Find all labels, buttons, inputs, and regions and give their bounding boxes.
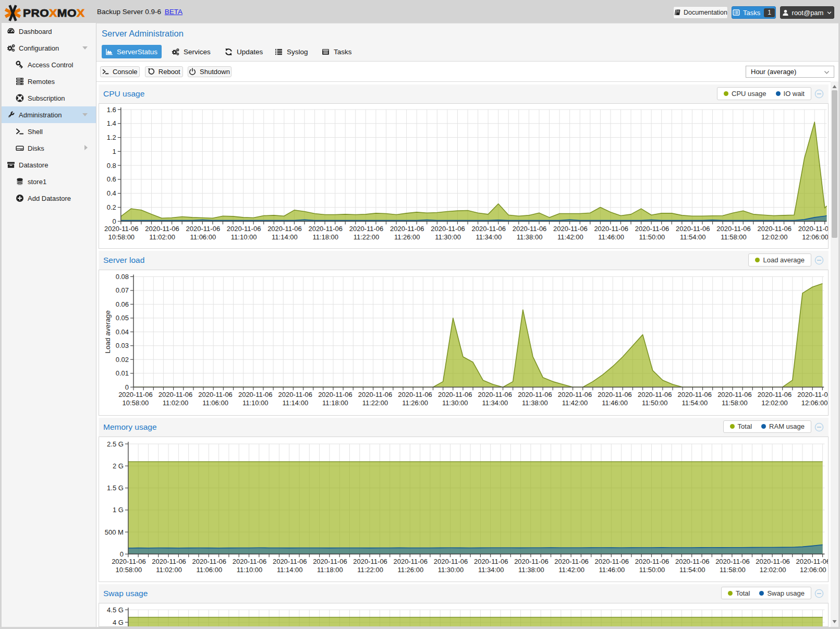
svg-text:11:10:00: 11:10:00 xyxy=(230,233,257,241)
svg-text:11:34:00: 11:34:00 xyxy=(476,233,502,241)
svg-text:11:30:00: 11:30:00 xyxy=(435,233,461,241)
svg-text:0.04: 0.04 xyxy=(115,328,128,336)
svg-text:2020-11-06: 2020-11-06 xyxy=(313,557,347,565)
svg-text:11:10:00: 11:10:00 xyxy=(236,565,262,573)
svg-text:2020-11-06: 2020-11-06 xyxy=(798,225,827,233)
svg-text:11:26:00: 11:26:00 xyxy=(394,233,420,241)
svg-text:11:06:00: 11:06:00 xyxy=(196,565,222,573)
svg-text:2020-11-06: 2020-11-06 xyxy=(594,225,628,233)
svg-text:2020-11-06: 2020-11-06 xyxy=(238,391,272,398)
svg-text:10:58:00: 10:58:00 xyxy=(122,399,149,407)
svg-text:0: 0 xyxy=(112,217,116,225)
svg-text:2020-11-06: 2020-11-06 xyxy=(358,391,392,398)
svg-text:2020-11-06: 2020-11-06 xyxy=(715,557,750,565)
svg-text:2020-11-06: 2020-11-06 xyxy=(308,225,343,233)
svg-text:2020-11-06: 2020-11-06 xyxy=(118,391,153,398)
svg-text:11:38:00: 11:38:00 xyxy=(518,565,544,573)
svg-text:2020-11-06: 2020-11-06 xyxy=(796,557,827,565)
svg-text:11:18:00: 11:18:00 xyxy=(317,565,343,573)
svg-text:2020-11-06: 2020-11-06 xyxy=(797,391,828,398)
svg-text:500 M: 500 M xyxy=(104,528,123,536)
svg-text:2020-11-06: 2020-11-06 xyxy=(553,225,588,233)
svg-text:2.5 G: 2.5 G xyxy=(107,440,124,447)
svg-text:2020-11-06: 2020-11-06 xyxy=(635,557,669,565)
svg-text:11:50:00: 11:50:00 xyxy=(639,233,665,241)
svg-text:2020-11-06: 2020-11-06 xyxy=(104,225,139,233)
svg-text:11:50:00: 11:50:00 xyxy=(641,399,667,407)
svg-text:11:46:00: 11:46:00 xyxy=(598,233,624,241)
svg-text:11:02:00: 11:02:00 xyxy=(149,233,175,241)
svg-text:2020-11-06: 2020-11-06 xyxy=(637,391,672,398)
svg-text:10:58:00: 10:58:00 xyxy=(115,565,142,573)
svg-text:2020-11-06: 2020-11-06 xyxy=(598,391,632,398)
svg-text:2020-11-06: 2020-11-06 xyxy=(158,391,192,398)
svg-text:0.02: 0.02 xyxy=(115,356,128,364)
svg-text:2020-11-06: 2020-11-06 xyxy=(437,391,472,398)
svg-text:2020-11-06: 2020-11-06 xyxy=(318,391,352,398)
svg-text:1: 1 xyxy=(112,148,116,155)
svg-text:11:58:00: 11:58:00 xyxy=(721,233,747,241)
svg-text:2020-11-06: 2020-11-06 xyxy=(278,391,312,398)
svg-text:2020-11-06: 2020-11-06 xyxy=(192,557,226,565)
svg-text:0.8: 0.8 xyxy=(106,162,116,170)
svg-text:2020-11-06: 2020-11-06 xyxy=(635,225,669,233)
svg-text:2020-11-06: 2020-11-06 xyxy=(512,225,546,233)
svg-text:2020-11-06: 2020-11-06 xyxy=(267,225,302,233)
svg-text:2020-11-06: 2020-11-06 xyxy=(272,557,307,565)
svg-text:2020-11-06: 2020-11-06 xyxy=(554,557,589,565)
svg-text:11:54:00: 11:54:00 xyxy=(681,399,708,407)
svg-text:2020-11-06: 2020-11-06 xyxy=(353,557,387,565)
svg-text:11:46:00: 11:46:00 xyxy=(599,565,625,573)
svg-text:2020-11-06: 2020-11-06 xyxy=(478,391,512,398)
svg-text:11:18:00: 11:18:00 xyxy=(322,399,348,407)
svg-text:2020-11-06: 2020-11-06 xyxy=(675,225,710,233)
svg-text:0.4: 0.4 xyxy=(106,189,116,197)
svg-text:0.6: 0.6 xyxy=(106,175,116,183)
svg-text:4.5 G: 4.5 G xyxy=(107,606,124,613)
svg-text:11:10:00: 11:10:00 xyxy=(242,399,268,407)
svg-text:2020-11-06: 2020-11-06 xyxy=(471,225,506,233)
svg-text:0.03: 0.03 xyxy=(115,342,128,350)
svg-text:11:58:00: 11:58:00 xyxy=(722,399,748,407)
svg-text:2 G: 2 G xyxy=(112,462,123,469)
svg-text:2020-11-06: 2020-11-06 xyxy=(433,557,468,565)
svg-text:11:02:00: 11:02:00 xyxy=(156,565,182,573)
svg-text:1.4: 1.4 xyxy=(106,119,116,127)
svg-text:11:42:00: 11:42:00 xyxy=(557,233,583,241)
svg-text:2020-11-06: 2020-11-06 xyxy=(349,225,383,233)
svg-text:2020-11-06: 2020-11-06 xyxy=(112,557,146,565)
svg-text:1.2: 1.2 xyxy=(106,134,116,141)
svg-text:11:06:00: 11:06:00 xyxy=(202,399,228,407)
svg-text:2020-11-06: 2020-11-06 xyxy=(145,225,179,233)
svg-text:2020-11-06: 2020-11-06 xyxy=(518,391,552,398)
svg-text:0.05: 0.05 xyxy=(115,314,128,322)
svg-text:2020-11-06: 2020-11-06 xyxy=(389,225,424,233)
svg-text:12:02:00: 12:02:00 xyxy=(759,565,786,573)
svg-text:2020-11-06: 2020-11-06 xyxy=(186,225,220,233)
svg-text:12:02:00: 12:02:00 xyxy=(761,233,787,241)
svg-text:11:22:00: 11:22:00 xyxy=(362,399,388,407)
svg-text:1.6: 1.6 xyxy=(106,106,116,114)
svg-text:2020-11-06: 2020-11-06 xyxy=(677,391,712,398)
svg-text:11:06:00: 11:06:00 xyxy=(190,233,216,241)
svg-text:11:50:00: 11:50:00 xyxy=(639,565,665,573)
svg-text:11:02:00: 11:02:00 xyxy=(162,399,188,407)
svg-text:2020-11-06: 2020-11-06 xyxy=(557,391,592,398)
svg-text:11:42:00: 11:42:00 xyxy=(562,399,588,407)
svg-text:10:58:00: 10:58:00 xyxy=(108,233,135,241)
svg-text:0.01: 0.01 xyxy=(115,370,128,378)
svg-text:2020-11-06: 2020-11-06 xyxy=(232,557,266,565)
svg-text:11:30:00: 11:30:00 xyxy=(437,565,464,573)
svg-text:12:06:00: 12:06:00 xyxy=(801,399,827,407)
svg-text:11:30:00: 11:30:00 xyxy=(442,399,468,407)
svg-text:11:46:00: 11:46:00 xyxy=(602,399,628,407)
svg-text:0: 0 xyxy=(125,383,128,391)
svg-text:12:06:00: 12:06:00 xyxy=(802,233,828,241)
svg-text:2020-11-06: 2020-11-06 xyxy=(198,391,233,398)
svg-text:11:22:00: 11:22:00 xyxy=(353,233,379,241)
svg-text:11:34:00: 11:34:00 xyxy=(478,565,504,573)
svg-text:2020-11-06: 2020-11-06 xyxy=(393,557,428,565)
svg-text:0: 0 xyxy=(119,550,123,558)
svg-text:2020-11-06: 2020-11-06 xyxy=(398,391,432,398)
svg-text:11:18:00: 11:18:00 xyxy=(312,233,338,241)
